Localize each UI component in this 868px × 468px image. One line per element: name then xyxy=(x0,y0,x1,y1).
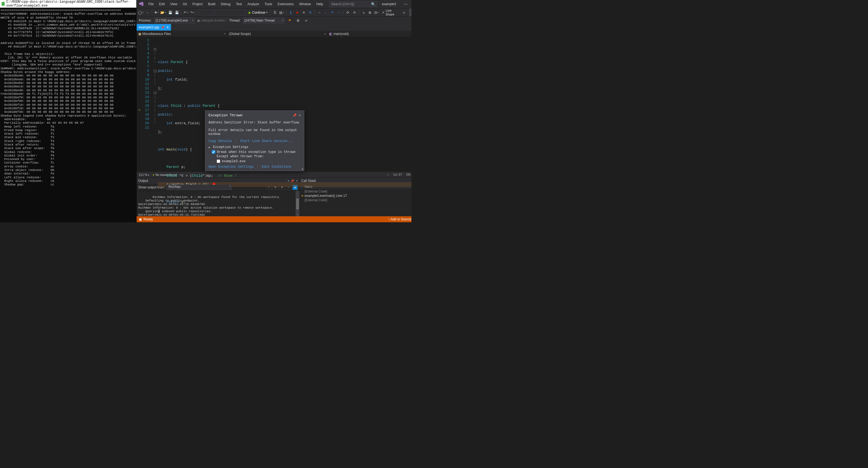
stop-button[interactable]: ■ xyxy=(294,9,300,15)
menu-debug[interactable]: Debug xyxy=(218,1,233,7)
minimize-button[interactable]: — xyxy=(400,0,411,8)
toolbar-icon[interactable]: ⊞ xyxy=(367,9,373,15)
process-label: Process: xyxy=(139,19,152,22)
zoom-combo[interactable]: 111 % ▾ xyxy=(139,173,149,176)
step-into-button[interactable]: ↓ xyxy=(323,9,329,15)
thread-value: [24756] Main Thread xyxy=(245,19,275,22)
close-icon[interactable]: ✕ xyxy=(166,26,169,29)
scrollbar-thumb[interactable] xyxy=(296,199,299,209)
new-item-button[interactable]: ✚ xyxy=(154,9,160,15)
process-combo[interactable]: [11708] example3.exe xyxy=(154,18,195,24)
menu-help[interactable]: Help xyxy=(314,1,326,7)
console-output[interactable]: ========================================… xyxy=(0,8,136,222)
toolbar-icon[interactable]: ▤ xyxy=(279,9,285,15)
menu-test[interactable]: Test xyxy=(234,1,245,7)
toolbar-icon[interactable]: ☰ xyxy=(272,9,278,15)
lifecycle-events-button[interactable]: ▣ Lifecycle Events ▾ xyxy=(197,19,227,22)
collapse-arrow-icon[interactable]: ▲ xyxy=(209,146,210,149)
edit-conditions-link[interactable]: Edit Conditions xyxy=(262,165,291,169)
editor-nav-bar: ▣ Miscellaneous Files (Global Scope) ◧ m… xyxy=(136,31,411,37)
show-next-stmt-button[interactable]: → xyxy=(316,9,322,15)
solution-platform-combo[interactable] xyxy=(215,9,246,15)
step-out-button[interactable]: ↑ xyxy=(336,9,342,15)
menu-tools[interactable]: Tools xyxy=(262,1,275,7)
visual-studio-window: File Edit View Git Project Build Debug T… xyxy=(136,0,411,222)
restart-button[interactable]: ↻ xyxy=(307,9,313,15)
output-text[interactable]: RichNav Information: 0 : No workspace fo… xyxy=(136,191,300,216)
exception-settings-header: Exception Settings xyxy=(213,145,249,149)
start-liveshare-link[interactable]: Start Live Share session... xyxy=(240,139,293,143)
output-source-value: RichNav xyxy=(168,185,181,189)
standard-toolbar: ◯ → ✚ 📂 💾 💾 ↶ ↷ ▶ Continue ▾ ☰ ▤ ∥ ■ ✕ ↻… xyxy=(136,8,411,16)
separator xyxy=(286,10,286,15)
toolbar-icon[interactable]: ✕ xyxy=(301,9,307,15)
save-button[interactable]: 💾 xyxy=(167,9,173,15)
open-exception-settings-link[interactable]: Open Exception Settings xyxy=(209,165,254,169)
redo-button[interactable]: ↷ xyxy=(189,9,195,15)
nav-fwd-button[interactable]: → xyxy=(145,9,151,15)
open-button[interactable]: 📂 xyxy=(160,9,167,15)
menu-build[interactable]: Build xyxy=(206,1,218,7)
menu-file[interactable]: File xyxy=(146,1,156,7)
nav-member-label: main(void) xyxy=(333,32,349,36)
process-value: [11708] example3.exe xyxy=(156,19,188,22)
thread-combo[interactable]: [24756] Main Thread xyxy=(243,18,285,24)
tab-label: example3.cpp xyxy=(139,25,159,29)
toolbar-icon[interactable]: ⟲ xyxy=(351,9,358,15)
quick-launch-search[interactable]: Search (Ctrl+Q) 🔍 xyxy=(329,1,377,7)
exception-thrown-popup[interactable]: Exception Thrown 📌 ✕ Address Sanitizer E… xyxy=(205,110,304,171)
close-icon[interactable]: ✕ xyxy=(299,113,301,118)
undo-button[interactable]: ↶ xyxy=(183,9,189,15)
separator xyxy=(315,10,315,15)
menu-window[interactable]: Window xyxy=(297,1,313,7)
console-titlebar[interactable]: C:\MSDN\cpp-docs-pr\docs\c-language\ASAN… xyxy=(0,0,136,8)
status-ready: Ready xyxy=(144,218,153,221)
continue-button[interactable]: ▶ Continue ▾ xyxy=(247,11,269,14)
vs-main-menu: File Edit View Git Project Build Debug T… xyxy=(146,1,326,7)
break-all-button[interactable]: ∥ xyxy=(288,9,294,15)
exception-title: Exception Thrown xyxy=(209,113,243,118)
nav-scope-combo[interactable]: (Global Scope) xyxy=(227,32,328,36)
feedback-button[interactable]: ☺ xyxy=(401,9,407,15)
toolbar-icon[interactable]: ↘ xyxy=(360,9,366,15)
liveshare-icon: ↗ xyxy=(382,11,384,14)
output-scrollbar[interactable]: ▾ xyxy=(296,191,300,216)
debug-location-toolbar: Process: [11708] example3.exe ▣ Lifecycl… xyxy=(136,16,411,24)
nav-member-combo[interactable]: ◧ main(void) xyxy=(328,32,411,36)
toolbar-icon[interactable]: ⊟ xyxy=(373,9,379,15)
toolbar-icon[interactable]: ∞ xyxy=(303,18,309,24)
output-source-combo[interactable]: RichNav xyxy=(166,185,232,190)
break-when-thrown-checkbox[interactable] xyxy=(212,150,215,154)
status-icon: ▣ xyxy=(139,218,142,221)
vs-titlebar[interactable]: File Edit View Git Project Build Debug T… xyxy=(136,0,411,8)
menu-git[interactable]: Git xyxy=(180,1,189,7)
menu-view[interactable]: View xyxy=(168,1,180,7)
menu-analyze[interactable]: Analyze xyxy=(245,1,262,7)
menu-extensions[interactable]: Extensions xyxy=(275,1,296,7)
liveshare-button[interactable]: ↗ Live Share xyxy=(380,9,401,16)
flag-icon[interactable]: ⚑ xyxy=(287,18,293,24)
nav-project-combo[interactable]: ▣ Miscellaneous Files xyxy=(136,32,227,36)
line-gutter[interactable]: 12345 678910 1112131415 1617181920 21 ➔ xyxy=(136,37,153,171)
nav-back-button[interactable]: ◯ xyxy=(138,9,144,15)
tab-example3-cpp[interactable]: example3.cpp 📌 ✕ xyxy=(136,24,171,31)
menu-edit[interactable]: Edit xyxy=(157,1,167,7)
liveshare-label: Live Share xyxy=(385,9,399,16)
pin-icon[interactable]: 📌 xyxy=(161,26,165,29)
except-from-checkbox[interactable] xyxy=(217,160,220,163)
solution-config-combo[interactable] xyxy=(199,9,213,15)
toolbar-icon[interactable]: ⊞ xyxy=(295,18,301,24)
fold-column[interactable]: − ││└ − ││└ − ││││││└ xyxy=(153,37,157,171)
int-preview-badge[interactable]: INT PREVIEW xyxy=(409,8,411,16)
play-icon: ▶ xyxy=(249,11,251,14)
save-all-button[interactable]: 💾 xyxy=(174,9,180,15)
maximize-button[interactable]: ▢ xyxy=(411,0,411,8)
resize-grip-icon[interactable]: ◢ xyxy=(301,167,303,170)
pin-icon[interactable]: 📌 xyxy=(292,113,297,118)
menu-project[interactable]: Project xyxy=(190,1,205,7)
step-over-button[interactable]: ↷ xyxy=(329,9,335,15)
scroll-down-icon[interactable]: ▾ xyxy=(296,212,300,216)
code-editor[interactable]: 12345 678910 1112131415 1617181920 21 ➔ … xyxy=(136,37,411,171)
toolbar-icon[interactable]: ⟳ xyxy=(345,9,351,15)
copy-details-link[interactable]: Copy Details xyxy=(209,139,232,143)
